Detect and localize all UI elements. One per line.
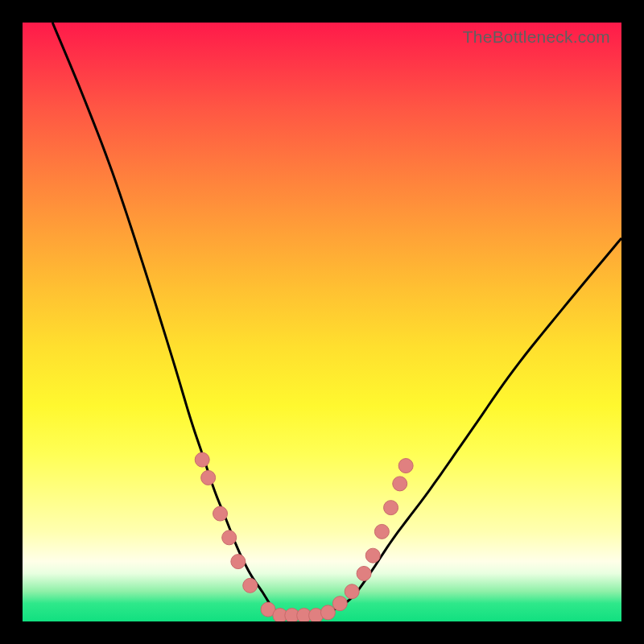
curve-marker <box>195 452 209 467</box>
curve-markers <box>195 452 413 621</box>
curve-marker <box>332 597 347 611</box>
chart-frame: TheBottleneck.com <box>0 0 644 644</box>
plot-area: TheBottleneck.com <box>23 23 621 621</box>
watermark-text: TheBottleneck.com <box>463 27 610 47</box>
curve-marker <box>398 459 413 473</box>
curve-marker <box>201 470 216 485</box>
curve-marker <box>384 501 398 515</box>
curve-marker <box>231 555 246 569</box>
curve-marker <box>365 548 380 563</box>
curve-marker <box>222 530 237 545</box>
curve-marker <box>345 584 359 599</box>
curve-marker <box>374 524 389 539</box>
curve-marker <box>243 578 258 592</box>
bottleneck-curve <box>52 23 621 616</box>
curve-marker <box>357 566 371 580</box>
chart-svg <box>23 23 621 621</box>
curve-marker <box>393 477 407 491</box>
curve-marker <box>320 605 335 620</box>
curve-marker <box>213 506 228 521</box>
